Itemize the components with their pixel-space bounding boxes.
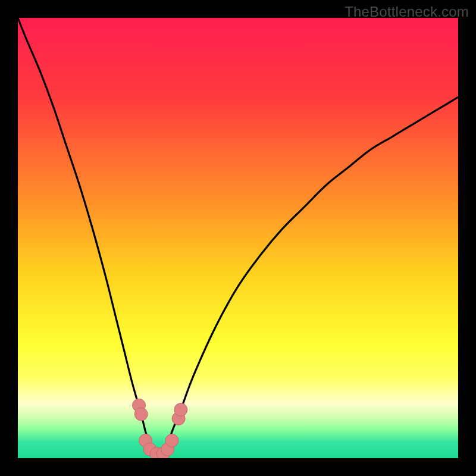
gradient-background [18, 18, 458, 458]
curve-marker [174, 403, 187, 416]
watermark-text: TheBottleneck.com [345, 4, 469, 20]
curve-marker [134, 408, 148, 421]
curve-marker [165, 434, 178, 447]
chart-svg [18, 18, 458, 458]
plot-area [18, 18, 458, 458]
outer-frame: TheBottleneck.com [0, 0, 476, 476]
